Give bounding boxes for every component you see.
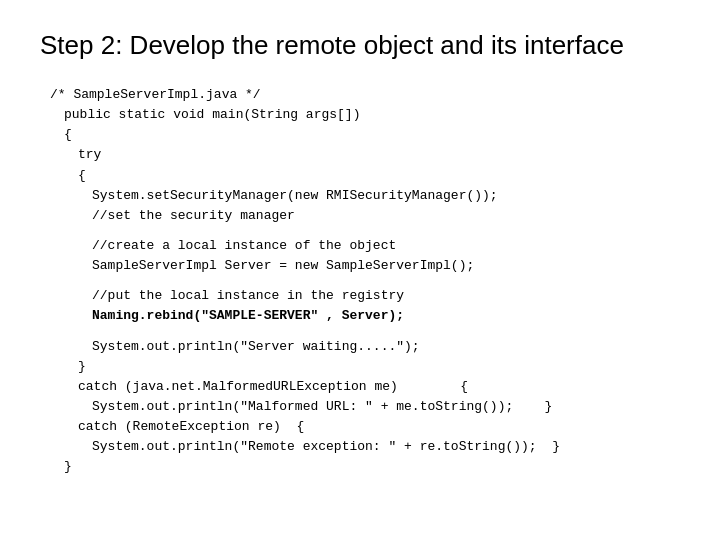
code-line: SampleServerImpl Server = new SampleServ… [92, 256, 680, 276]
code-line: Naming.rebind("SAMPLE-SERVER" , Server); [92, 306, 680, 326]
slide: Step 2: Develop the remote object and it… [0, 0, 720, 540]
code-line: catch (java.net.MalformedURLException me… [78, 377, 680, 397]
code-line: //create a local instance of the object [92, 236, 680, 256]
code-line: catch (RemoteException re) { [78, 417, 680, 437]
code-line: } [64, 457, 680, 477]
code-line: } [78, 357, 680, 377]
code-line: System.out.println("Remote exception: " … [92, 437, 680, 457]
code-block: /* SampleServerImpl.java */public static… [40, 85, 680, 478]
code-line: public static void main(String args[]) [64, 105, 680, 125]
code-spacer [50, 226, 680, 236]
code-line: /* SampleServerImpl.java */ [50, 85, 680, 105]
code-line: try [78, 145, 680, 165]
code-spacer [50, 327, 680, 337]
code-line: System.setSecurityManager(new RMISecurit… [92, 186, 680, 206]
code-line: { [64, 125, 680, 145]
code-spacer [50, 276, 680, 286]
code-line: //put the local instance in the registry [92, 286, 680, 306]
code-line: { [78, 166, 680, 186]
code-line: System.out.println("Server waiting....."… [92, 337, 680, 357]
code-line: //set the security manager [92, 206, 680, 226]
slide-title: Step 2: Develop the remote object and it… [40, 30, 680, 61]
code-line: System.out.println("Malformed URL: " + m… [92, 397, 680, 417]
